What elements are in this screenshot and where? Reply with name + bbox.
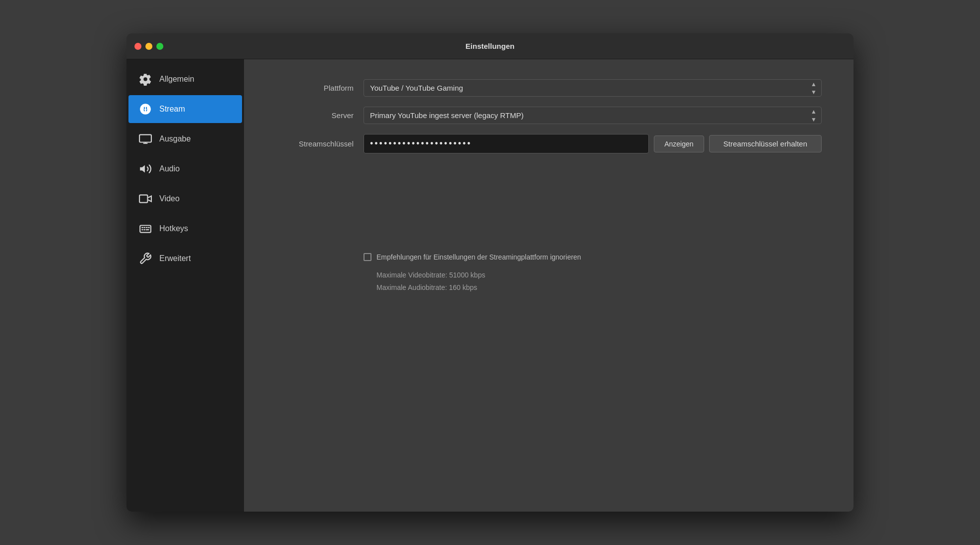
ignore-recommendations-row: Empfehlungen für Einstellungen der Strea… — [364, 253, 824, 261]
maximize-button[interactable] — [156, 43, 163, 50]
sidebar-item-stream[interactable]: Stream — [128, 95, 242, 123]
svg-rect-5 — [140, 226, 151, 233]
svg-marker-3 — [140, 165, 145, 172]
sidebar-item-erweitert[interactable]: Erweitert — [128, 245, 242, 272]
svg-rect-4 — [139, 195, 147, 202]
hotkeys-icon — [138, 222, 152, 236]
streamkey-label: Streamschlüssel — [274, 139, 354, 148]
svg-rect-18 — [141, 229, 143, 230]
stream-icon — [138, 102, 152, 116]
svg-rect-19 — [144, 229, 145, 230]
sidebar-label-erweitert: Erweitert — [159, 254, 191, 263]
ignore-recommendations-checkbox[interactable] — [364, 253, 371, 261]
bitrate-info: Maximale Videobitrate: 51000 kbps Maxima… — [364, 269, 824, 294]
server-select-wrapper: Primary YouTube ingest server (legacy RT… — [364, 107, 822, 124]
main-content: Plattform YouTube / YouTube Gaming ▲ ▼ S… — [244, 59, 854, 512]
sidebar-label-hotkeys: Hotkeys — [159, 224, 188, 233]
sidebar-item-allgemein[interactable]: Allgemein — [128, 65, 242, 93]
wrench-icon — [138, 252, 152, 266]
audio-icon — [138, 162, 152, 176]
sidebar-label-video: Video — [159, 194, 180, 203]
gear-icon — [138, 72, 152, 86]
bottom-section: Empfehlungen für Einstellungen der Strea… — [274, 253, 824, 294]
sidebar-label-ausgabe: Ausgabe — [159, 135, 191, 143]
sidebar-item-ausgabe[interactable]: Ausgabe — [128, 125, 242, 153]
minimize-button[interactable] — [145, 43, 152, 50]
platform-label: Plattform — [274, 84, 354, 92]
svg-rect-0 — [139, 135, 151, 142]
streamkey-row: Streamschlüssel Anzeigen Streamschlüssel… — [274, 134, 822, 153]
svg-rect-17 — [148, 227, 149, 228]
streamkey-password-row: Anzeigen Streamschlüssel erhalten — [364, 134, 822, 153]
svg-rect-16 — [146, 227, 147, 228]
close-button[interactable] — [134, 43, 141, 50]
streamkey-controls: Anzeigen Streamschlüssel erhalten — [364, 134, 822, 153]
stream-settings-form: Plattform YouTube / YouTube Gaming ▲ ▼ S… — [274, 79, 822, 153]
sidebar-label-allgemein: Allgemein — [159, 75, 194, 84]
titlebar: Einstellungen — [126, 33, 854, 59]
streamkey-input[interactable] — [364, 134, 649, 153]
svg-rect-15 — [144, 227, 145, 228]
max-video-bitrate: Maximale Videobitrate: 51000 kbps — [376, 269, 824, 281]
sidebar-item-video[interactable]: Video — [128, 185, 242, 213]
window-title: Einstellungen — [466, 42, 514, 50]
svg-rect-14 — [141, 227, 143, 228]
show-key-button[interactable]: Anzeigen — [654, 136, 704, 152]
sidebar-label-stream: Stream — [159, 105, 185, 114]
sidebar-item-audio[interactable]: Audio — [128, 155, 242, 183]
sidebar-item-hotkeys[interactable]: Hotkeys — [128, 215, 242, 243]
platform-row: Plattform YouTube / YouTube Gaming ▲ ▼ — [274, 79, 822, 97]
platform-select-wrapper: YouTube / YouTube Gaming ▲ ▼ — [364, 79, 822, 97]
server-select[interactable]: Primary YouTube ingest server (legacy RT… — [364, 107, 822, 124]
get-key-button[interactable]: Streamschlüssel erhalten — [709, 135, 822, 152]
sidebar: Allgemein Stream — [126, 59, 244, 512]
platform-select[interactable]: YouTube / YouTube Gaming — [364, 79, 822, 97]
max-audio-bitrate: Maximale Audiobitrate: 160 kbps — [376, 281, 824, 294]
server-row: Server Primary YouTube ingest server (le… — [274, 107, 822, 124]
traffic-lights — [134, 43, 163, 50]
sidebar-label-audio: Audio — [159, 164, 180, 173]
ignore-recommendations-label: Empfehlungen für Einstellungen der Strea… — [376, 253, 581, 261]
output-icon — [138, 132, 152, 146]
video-icon — [138, 192, 152, 206]
svg-rect-20 — [146, 229, 148, 230]
server-label: Server — [274, 111, 354, 120]
